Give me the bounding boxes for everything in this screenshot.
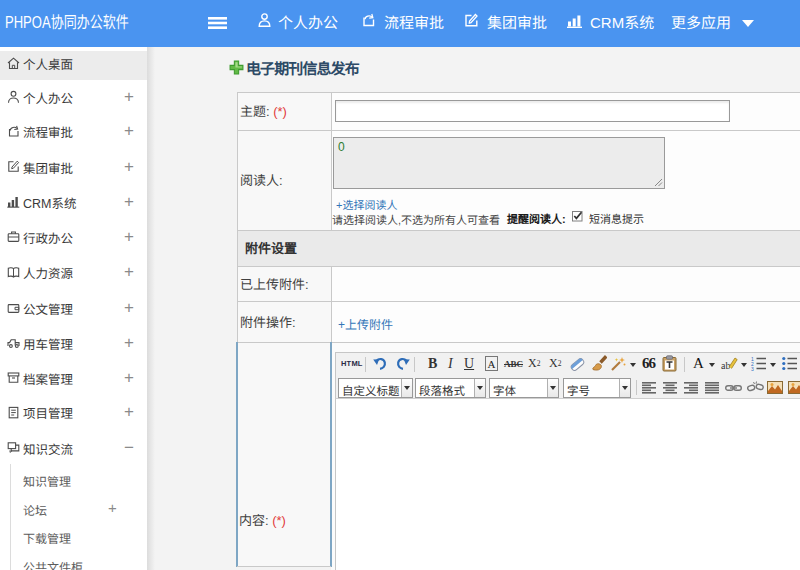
svg-text:3: 3 [751, 366, 754, 371]
svg-text:ab: ab [721, 360, 730, 371]
